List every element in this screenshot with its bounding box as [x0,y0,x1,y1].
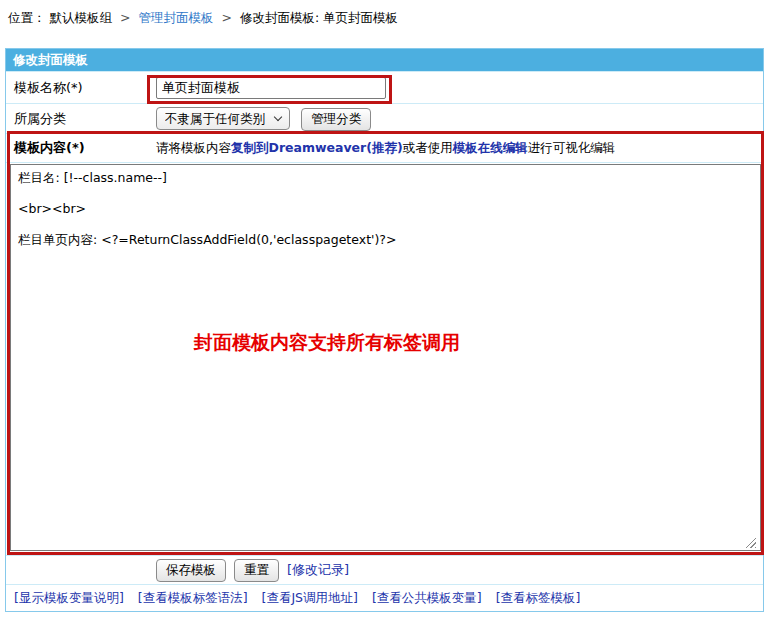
breadcrumb-link-manage-cover-templates[interactable]: 管理封面模板 [138,10,213,25]
modification-history-link[interactable]: [修改记录] [287,561,349,579]
breadcrumb-separator: > [120,10,130,25]
template-content-hint: 请将模板内容复制到Dreamweaver(推荐)或者使用模板在线编辑进行可视化编… [156,140,615,157]
footer-links-row: [显示模板变量说明] [查看模板标签语法] [查看JS调用地址] [查看公共模板… [6,584,763,611]
category-select[interactable]: 不隶属于任何类别 [156,107,290,130]
hint-text-1: 请将模板内容 [156,140,231,155]
edit-cover-template-panel: 修改封面模板 模板名称(*) 所属分类 不隶属于任何类别 管理分类 模板内容(*… [5,48,764,612]
category-row: 所属分类 不隶属于任何类别 管理分类 [6,103,763,133]
category-field-cell: 不隶属于任何类别 管理分类 [156,107,371,131]
template-name-row: 模板名称(*) [6,71,763,103]
hint-text-2: 或者使用 [403,140,453,155]
breadcrumb-item-current-page: 修改封面模板: 单页封面模板 [240,10,398,25]
show-template-variables-link[interactable]: [显示模板变量说明] [14,590,124,607]
view-public-template-variables-link[interactable]: [查看公共模板变量] [372,590,482,607]
template-name-label: 模板名称(*) [6,79,156,97]
breadcrumb: 位置： 默认模板组 > 管理封面模板 > 修改封面模板: 单页封面模板 [8,10,398,27]
breadcrumb-prefix: 位置： [8,10,46,25]
template-name-input[interactable] [156,77,386,99]
template-name-field-cell [156,77,386,99]
panel-title: 修改封面模板 [6,49,763,71]
action-buttons-row: 保存模板 重置 [修改记录] [6,555,763,584]
online-template-editor-link[interactable]: 模板在线编辑 [453,140,528,155]
template-content-label: 模板内容(*) [6,139,156,157]
save-template-button[interactable]: 保存模板 [156,559,226,582]
category-label: 所属分类 [6,110,156,128]
template-content-header-row: 模板内容(*) 请将模板内容复制到Dreamweaver(推荐)或者使用模板在线… [6,133,763,162]
copy-to-dreamweaver-link[interactable]: 复制到Dreamweaver(推荐) [231,140,403,155]
manage-category-button[interactable]: 管理分类 [301,108,371,131]
view-tag-templates-link[interactable]: [查看标签模板] [496,590,581,607]
view-template-tag-syntax-link[interactable]: [查看模板标签语法] [138,590,248,607]
category-select-wrap: 不隶属于任何类别 [156,107,290,130]
hint-text-3: 进行可视化编辑 [528,140,616,155]
breadcrumb-item-template-group: 默认模板组 [49,10,112,25]
reset-button[interactable]: 重置 [234,559,279,582]
breadcrumb-separator: > [221,10,231,25]
view-js-call-address-link[interactable]: [查看JS调用地址] [262,590,358,607]
template-content-row: 栏目名: [!--class.name--] <br><br> 栏目单页内容: … [6,162,763,555]
template-content-textarea[interactable]: 栏目名: [!--class.name--] <br><br> 栏目单页内容: … [10,164,761,551]
